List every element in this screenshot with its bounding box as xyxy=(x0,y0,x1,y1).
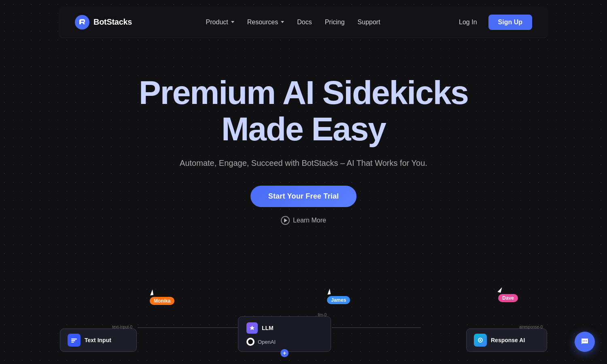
nav-item-product[interactable]: Product xyxy=(206,19,234,26)
navbar: BotStacks Product Resources Docs Pricing xyxy=(59,6,548,38)
text-input-icon xyxy=(68,334,81,347)
logo-icon xyxy=(75,15,89,30)
cursor-arrow-james xyxy=(327,288,331,294)
openai-icon xyxy=(246,338,255,346)
nav-link-docs[interactable]: Docs xyxy=(297,19,312,26)
cursor-monika: Monika xyxy=(150,290,174,304)
cursor-label-dave: Dave xyxy=(498,294,518,302)
node-text-input-tag: text-input-0 xyxy=(112,325,132,329)
chat-bubble-button[interactable] xyxy=(575,332,595,352)
nav-actions: Log In Sign Up xyxy=(454,15,532,30)
llm-icon xyxy=(246,322,258,334)
svg-point-8 xyxy=(583,341,584,341)
node-llm: llm-0 LLM OpenAI + xyxy=(238,316,331,352)
nav-link-support[interactable]: Support xyxy=(358,19,380,26)
trial-button[interactable]: Start Your Free Trial xyxy=(250,186,357,207)
nav-link-pricing[interactable]: Pricing xyxy=(325,19,345,26)
plus-badge: + xyxy=(280,349,289,357)
hero-title: Premium AI Sidekicks Made Easy xyxy=(139,74,468,147)
learn-more-link[interactable]: Learn More xyxy=(281,216,326,225)
nav-item-docs[interactable]: Docs xyxy=(297,19,312,26)
flow-area: text-input-0 Text Input Monika llm-0 LLM xyxy=(0,283,607,364)
svg-rect-4 xyxy=(71,340,75,341)
login-button[interactable]: Log In xyxy=(454,15,482,29)
node-response-tag: airesponse-0 xyxy=(519,325,543,329)
svg-point-7 xyxy=(480,339,481,341)
hero-section: Premium AI Sidekicks Made Easy Automate,… xyxy=(0,38,607,225)
node-text-input: text-input-0 Text Input xyxy=(60,328,137,352)
brand-name: BotStacks xyxy=(93,17,132,27)
node-llm-tag: llm-0 xyxy=(318,313,327,317)
nav-link-product[interactable]: Product xyxy=(206,19,234,26)
play-icon xyxy=(281,216,290,225)
node-text-input-label: Text Input xyxy=(85,337,111,343)
svg-point-10 xyxy=(586,341,587,341)
node-response-label: Response AI xyxy=(491,337,525,343)
chevron-down-icon xyxy=(281,21,284,23)
cursor-dave: Dave xyxy=(498,287,518,301)
openai-inner xyxy=(248,339,253,344)
signup-button[interactable]: Sign Up xyxy=(488,15,532,30)
cursor-label-james: James xyxy=(327,296,350,304)
nav-link-resources[interactable]: Resources xyxy=(247,19,284,26)
logo[interactable]: BotStacks xyxy=(75,15,132,30)
nav-item-pricing[interactable]: Pricing xyxy=(325,19,345,26)
node-llm-label: LLM xyxy=(262,325,274,331)
llm-openai-row: OpenAI xyxy=(246,338,323,346)
chevron-down-icon xyxy=(231,21,234,23)
cursor-arrow-dave xyxy=(498,286,502,293)
nav-item-resources[interactable]: Resources xyxy=(247,19,284,26)
response-icon xyxy=(474,334,487,347)
cursor-arrow-monika xyxy=(149,289,153,295)
node-response-ai: airesponse-0 Response AI xyxy=(466,328,547,352)
svg-point-9 xyxy=(584,341,585,341)
openai-label: OpenAI xyxy=(258,339,276,345)
cursor-label-monika: Monika xyxy=(150,297,174,305)
svg-rect-5 xyxy=(71,342,74,343)
chat-icon xyxy=(580,337,590,347)
svg-rect-3 xyxy=(71,339,77,340)
nav-item-support[interactable]: Support xyxy=(358,19,380,26)
nav-links: Product Resources Docs Pricing Support xyxy=(206,19,380,26)
llm-header: LLM xyxy=(246,322,323,334)
cursor-james: James xyxy=(327,289,350,303)
hero-subtitle: Automate, Engage, Succeed with BotStacks… xyxy=(180,159,427,168)
